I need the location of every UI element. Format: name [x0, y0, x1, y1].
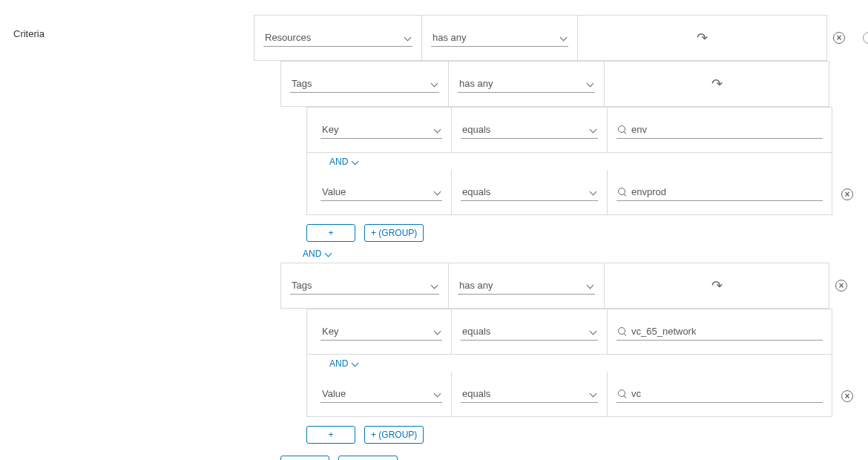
chevron-down-icon — [351, 158, 358, 165]
field-select-key-b[interactable]: Key — [320, 326, 442, 341]
operator-select-root[interactable]: has any — [431, 32, 568, 47]
op-select-value-a[interactable]: equals — [461, 186, 598, 201]
chevron-down-icon — [430, 282, 438, 289]
op-select-value-b[interactable]: equals — [461, 388, 598, 403]
operator-value: has any — [459, 78, 493, 89]
op-select-key-b[interactable]: equals — [461, 326, 598, 341]
chevron-down-icon — [433, 328, 441, 335]
criteria-row-root: Resources has any ↷ — [254, 15, 827, 61]
chevron-down-icon — [589, 188, 596, 196]
value-row: Value equals — [307, 372, 832, 416]
chevron-down-icon — [433, 390, 441, 398]
add-condition-button[interactable]: + — [306, 224, 355, 242]
value-row: Value equals — [307, 170, 832, 214]
search-icon — [618, 188, 627, 197]
chevron-down-icon — [404, 34, 411, 42]
chevron-down-icon — [589, 390, 596, 398]
tags-b-card: Key equals — [306, 309, 832, 417]
add-condition-button[interactable]: + — [306, 426, 355, 444]
subject-value: Tags — [292, 280, 312, 291]
operator-value: has any — [459, 280, 493, 291]
operator-select-tags-a[interactable]: has any — [458, 78, 595, 93]
value-input-key-a[interactable]: env — [617, 124, 823, 139]
subject-select-tags-b[interactable]: Tags — [290, 280, 439, 295]
delete-row-button[interactable] — [833, 32, 845, 44]
key-row: Key equals — [307, 108, 832, 152]
criteria-row-tags-b: Tags has any ↷ — [280, 263, 829, 309]
value-input-key-b[interactable]: vc_65_network — [617, 326, 823, 341]
search-icon — [618, 327, 627, 336]
chevron-down-icon — [433, 126, 441, 134]
chevron-down-icon — [589, 328, 596, 335]
and-toggle[interactable]: AND — [280, 249, 332, 259]
field-select-key-a[interactable]: Key — [320, 124, 442, 139]
info-icon[interactable] — [863, 32, 868, 44]
chevron-down-icon — [586, 80, 594, 88]
criteria-label: Criteria — [12, 28, 56, 39]
field-select-value-a[interactable]: Value — [320, 186, 442, 201]
chevron-down-icon — [433, 188, 441, 196]
expand-arrow-icon: ↷ — [711, 76, 723, 92]
value-input-value-a[interactable]: envprod — [617, 186, 823, 201]
add-condition-button[interactable]: + — [280, 456, 329, 460]
search-icon — [618, 390, 627, 398]
chevron-down-icon — [589, 126, 596, 134]
operator-value: has any — [433, 32, 467, 43]
value-input-value-b[interactable]: vc — [617, 388, 823, 403]
chevron-down-icon — [559, 34, 567, 42]
add-group-button[interactable]: + (GROUP) — [364, 426, 424, 444]
and-toggle[interactable]: AND — [307, 358, 358, 369]
subject-value: Tags — [292, 78, 312, 89]
tags-a-card: Key equals — [306, 107, 832, 215]
delete-row-button[interactable] — [841, 390, 853, 402]
criteria-row-tags-a: Tags has any ↷ — [280, 61, 829, 107]
operator-select-tags-b[interactable]: has any — [458, 280, 595, 295]
field-select-value-b[interactable]: Value — [320, 388, 442, 403]
subject-value: Resources — [265, 32, 311, 43]
expand-arrow-icon: ↷ — [697, 30, 708, 46]
expand-arrow-icon: ↷ — [711, 277, 723, 294]
add-group-button[interactable]: + (GROUP) — [364, 224, 424, 242]
subject-select-root[interactable]: Resources — [263, 32, 412, 47]
chevron-down-icon — [586, 282, 594, 289]
search-icon — [618, 125, 627, 134]
chevron-down-icon — [351, 360, 358, 367]
chevron-down-icon — [324, 250, 332, 257]
and-toggle[interactable]: AND — [307, 157, 358, 167]
chevron-down-icon — [430, 80, 438, 88]
add-group-button[interactable]: + (GROUP) — [338, 456, 398, 460]
delete-row-button[interactable] — [841, 188, 853, 200]
delete-row-button[interactable] — [835, 280, 847, 292]
key-row: Key equals — [307, 309, 832, 354]
subject-select-tags-a[interactable]: Tags — [290, 78, 439, 93]
op-select-key-a[interactable]: equals — [461, 124, 598, 139]
